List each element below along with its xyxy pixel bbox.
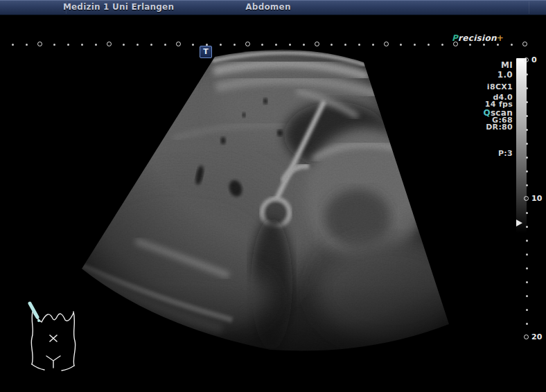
ruler-dot — [289, 44, 291, 46]
depth-dot — [526, 170, 528, 172]
ultrasound-display: Medizin 1 Uni Erlangen Abdomen — [0, 0, 546, 392]
ruler-dot — [372, 44, 374, 46]
precision-body: recision — [458, 33, 497, 43]
ruler-dot — [220, 44, 222, 46]
depth-dot — [526, 323, 528, 325]
ruler-ring — [176, 42, 181, 46]
ruler-dot — [26, 44, 28, 46]
ruler-dot — [344, 44, 346, 46]
precision-plus-icon: + — [497, 33, 504, 43]
depth-dot — [526, 212, 528, 214]
depth-dot — [526, 87, 528, 89]
ruler-dot — [234, 44, 236, 46]
depth-dot — [526, 267, 528, 269]
ruler-ring — [245, 42, 250, 46]
depth-dot — [526, 115, 528, 117]
ruler-dot — [67, 44, 69, 46]
qscan-lead: Q — [483, 108, 491, 118]
depth-dot — [526, 295, 528, 297]
depth-dot — [526, 253, 528, 256]
ruler-dot — [261, 44, 263, 46]
grayscale-bar — [516, 58, 527, 233]
depth-dot — [526, 184, 528, 186]
ruler-dot — [441, 44, 443, 46]
depth-label: 10 — [531, 194, 542, 203]
depth-dot — [526, 240, 528, 242]
ruler-ring — [522, 42, 527, 46]
ruler-dot — [53, 44, 55, 46]
depth-label: 0 — [531, 55, 537, 64]
depth-dot — [526, 281, 528, 283]
ruler-dot — [192, 44, 194, 46]
ruler-dot — [428, 44, 430, 46]
ruler-dot — [12, 44, 14, 46]
ruler-ring — [384, 42, 389, 46]
depth-dot — [526, 129, 528, 131]
ruler-dot — [81, 44, 83, 46]
depth-dot — [526, 143, 528, 145]
mi-value: 1.0 — [497, 70, 513, 80]
depth-dot — [526, 73, 528, 75]
dynamic-range-value: DR:80 — [486, 123, 513, 132]
ruler-dot — [136, 44, 139, 46]
ruler-dot — [483, 44, 485, 46]
ruler-dot — [497, 44, 499, 46]
orientation-marker: T — [200, 46, 212, 58]
ruler-dot — [303, 44, 305, 46]
ruler-dot — [414, 44, 416, 46]
depth-ring — [524, 196, 529, 201]
precision-lead: P — [452, 33, 458, 43]
body-marker-icon — [24, 299, 83, 373]
ruler-dot — [123, 44, 125, 46]
precision-badge: Precision+ — [452, 33, 504, 43]
depth-dot — [526, 101, 528, 103]
depth-dot — [526, 226, 528, 228]
depth-ring — [524, 57, 529, 62]
ruler-dot — [469, 44, 471, 46]
ruler-dot — [331, 44, 333, 46]
ruler-dot — [511, 44, 513, 46]
depth-ring — [524, 335, 529, 339]
ruler-dot — [164, 44, 166, 46]
focus-marker-icon — [516, 220, 522, 226]
depth-dot — [526, 157, 528, 159]
depth-label: 20 — [531, 332, 542, 341]
ruler-dot — [358, 44, 360, 46]
ruler-ring — [315, 42, 319, 46]
ruler-dot — [275, 44, 277, 46]
ruler-dot — [95, 44, 97, 46]
ruler-dot — [150, 44, 152, 46]
ruler-ring — [107, 42, 112, 46]
mi-label: MI — [501, 60, 513, 70]
ruler-dot — [400, 44, 402, 46]
persistence-value: P:3 — [498, 149, 513, 158]
depth-dot — [526, 309, 528, 311]
ruler-ring — [37, 42, 42, 46]
transducer-label: i8CX1 — [487, 82, 513, 91]
